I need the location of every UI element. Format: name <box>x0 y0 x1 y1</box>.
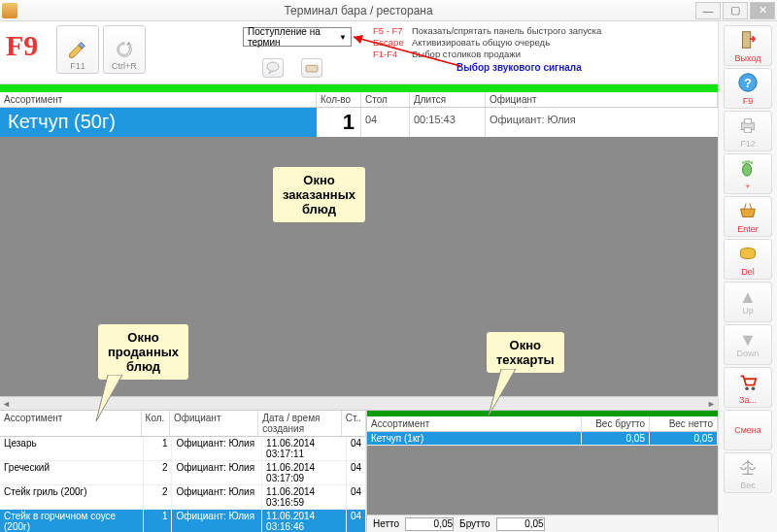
ribbon: F9 F11 Ctrl+R Поступление на термин ▼ <box>0 21 718 84</box>
tech-summary: Нетто Брутто <box>367 515 718 532</box>
arrow-down-icon: ▼ <box>739 331 757 349</box>
shortcut-key: F5 - F7 <box>373 25 412 37</box>
col-brutto: Вес брутто <box>582 416 650 431</box>
svg-point-16 <box>745 160 748 163</box>
sold-body: Цезарь1Официант: Юлия11.06.2014 03:17:11… <box>0 437 366 532</box>
ctrl-r-label: Ctrl+R <box>112 61 137 71</box>
sidebar-label: + <box>745 182 750 191</box>
maximize-button[interactable]: ▢ <box>723 2 748 19</box>
tech-header: Ассортимент Вес брутто Вес нетто <box>367 416 718 432</box>
table-row[interactable]: Стейк в горчичном соусе (200г)1Официант:… <box>0 510 366 532</box>
col-assort: Ассортимент <box>367 416 582 431</box>
arrow-up-icon: ▲ <box>739 288 757 306</box>
svg-rect-1 <box>306 65 318 72</box>
chevron-down-icon: ▼ <box>339 33 347 42</box>
pencil-icon <box>66 38 89 61</box>
svg-point-17 <box>748 160 751 163</box>
app-icon <box>2 3 17 18</box>
ctrl-r-button[interactable]: Ctrl+R <box>103 25 146 74</box>
add-button[interactable]: + <box>724 153 772 194</box>
order-waiter: Официант: Юлия <box>486 108 718 137</box>
col-kol: Кол. <box>142 411 170 436</box>
table-row[interactable]: Кетчуп (1кг)0,050,05 <box>367 432 718 446</box>
help-icon: ? <box>737 72 759 96</box>
col-waiter: Официант <box>170 411 258 436</box>
sidebar-label: Down <box>736 349 759 358</box>
svg-point-15 <box>742 161 745 164</box>
tech-canvas <box>367 446 718 515</box>
help-button[interactable]: ? F9 <box>724 68 772 109</box>
terminal-dropdown[interactable]: Поступление на термин ▼ <box>243 27 352 47</box>
shortcut-key: F1-F4 <box>373 49 412 60</box>
order-button[interactable]: За... <box>724 367 772 408</box>
sound-button[interactable] <box>262 58 284 78</box>
scales-icon <box>737 456 759 481</box>
sidebar-label: За... <box>739 395 757 405</box>
print-button[interactable]: F12 <box>724 111 772 151</box>
table-row[interactable]: Стейк гриль (200г)2Официант: Юлия11.06.2… <box>0 485 366 510</box>
ves-button[interactable]: Вес <box>724 452 772 493</box>
svg-marker-6 <box>96 375 122 421</box>
svg-rect-12 <box>744 118 751 123</box>
speech-icon <box>265 60 281 76</box>
sidebar-label: F12 <box>740 139 756 149</box>
sidebar: Выход ? F9 F12 + Enter <box>719 21 777 532</box>
svg-rect-13 <box>744 127 751 132</box>
keyboard-button[interactable] <box>301 58 322 78</box>
dropdown-value: Поступление на термин <box>248 26 339 48</box>
shortcut-desc: Показать/спрятать панель быстрого запуск… <box>412 25 601 37</box>
sidebar-label: F9 <box>743 96 754 106</box>
order-kol: 1 <box>317 108 361 137</box>
smena-button[interactable]: Смена <box>724 410 772 450</box>
sold-pane: Ассортимент Кол. Официант Дата / время с… <box>0 411 367 532</box>
greenbar <box>0 84 718 92</box>
brutto-input[interactable] <box>496 517 545 531</box>
window-title: Терминал бара / ресторана <box>23 4 693 17</box>
shortcut-list: F5 - F7Показать/спрятать панель быстрого… <box>373 25 601 60</box>
sidebar-label: Смена <box>734 425 761 435</box>
cart-icon <box>737 371 759 395</box>
col-time: Дата / время создания <box>258 411 342 436</box>
close-button[interactable]: ✕ <box>750 2 775 19</box>
order-row[interactable]: Кетчуп (50г) 1 04 00:15:43 Официант: Юли… <box>0 108 718 137</box>
col-kolvo: Кол-во <box>317 92 361 107</box>
netto-label: Нетто <box>373 518 399 529</box>
shortcut-desc: Активизировать общую очередь <box>412 37 550 49</box>
sidebar-label: Выход <box>735 53 761 63</box>
exit-button[interactable]: Выход <box>724 25 772 66</box>
svg-point-20 <box>745 386 749 390</box>
blue-note: Выбор звукового сигнала <box>456 62 582 73</box>
orders-header: Ассортимент Кол-во Стол Длится Официант <box>0 92 718 108</box>
refresh-icon <box>113 38 136 61</box>
basket-icon <box>737 200 759 224</box>
sidebar-label: Del <box>741 267 755 277</box>
printer-icon <box>737 115 759 139</box>
col-stol: Стол <box>361 92 410 107</box>
col-assort: Ассортимент <box>0 92 317 107</box>
col-netto: Вес нетто <box>650 416 718 431</box>
keyboard-icon <box>304 60 320 76</box>
col-dur: Длится <box>410 92 486 107</box>
down-button[interactable]: ▼ Down <box>724 324 772 365</box>
tech-pane: Ассортимент Вес брутто Вес нетто Кетчуп … <box>367 411 718 532</box>
table-row[interactable]: Цезарь1Официант: Юлия11.06.2014 03:17:11… <box>0 437 366 461</box>
table-row[interactable]: Греческий2Официант: Юлия11.06.2014 03:17… <box>0 461 366 485</box>
col-waiter: Официант <box>486 92 718 107</box>
callout-tech: Окно техкарты <box>486 331 565 374</box>
titlebar: Терминал бара / ресторана — ▢ ✕ <box>0 0 777 21</box>
del-button[interactable]: Del <box>724 239 772 280</box>
svg-marker-5 <box>354 35 363 44</box>
f11-button[interactable]: F11 <box>56 25 99 74</box>
svg-rect-8 <box>743 31 751 48</box>
foot-icon <box>737 157 759 182</box>
netto-input[interactable] <box>405 517 454 531</box>
enter-button[interactable]: Enter <box>724 196 772 237</box>
callout-sold: Окно проданных блюд <box>97 323 189 381</box>
up-button[interactable]: ▲ Up <box>724 282 772 322</box>
sidebar-label: Up <box>742 306 754 316</box>
svg-point-14 <box>743 163 752 176</box>
minimize-button[interactable]: — <box>695 2 721 19</box>
sold-header: Ассортимент Кол. Официант Дата / время с… <box>0 411 366 437</box>
col-stol: Ст.. <box>342 411 366 436</box>
svg-point-21 <box>752 386 756 390</box>
